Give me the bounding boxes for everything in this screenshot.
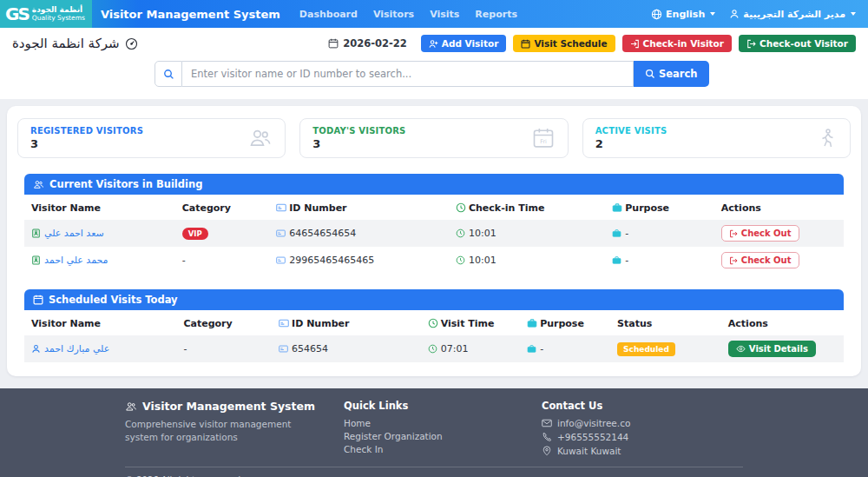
visit-details-button[interactable]: Visit Details bbox=[728, 341, 816, 357]
visitor-name-link[interactable]: سعد احمد علي bbox=[44, 228, 104, 239]
check-in-visitor-button[interactable]: Check-in Visitor bbox=[622, 35, 732, 52]
purpose-value: - bbox=[625, 255, 628, 266]
search-icon bbox=[645, 69, 655, 79]
check-out-row-button[interactable]: Check Out bbox=[721, 252, 799, 268]
category-cell: VIP bbox=[175, 220, 270, 247]
visit-schedule-label: Visit Schedule bbox=[534, 38, 607, 49]
clock-icon bbox=[428, 318, 438, 328]
chevron-down-icon bbox=[851, 12, 856, 16]
visitor-name-link[interactable]: علي مبارك احمد bbox=[44, 343, 109, 354]
status-badge: Scheduled bbox=[617, 342, 675, 356]
main-nav: Dashboard Visitors Visits Reports bbox=[299, 9, 517, 20]
check-out-row-button[interactable]: Check Out bbox=[721, 225, 799, 242]
chevron-down-icon bbox=[710, 12, 715, 16]
add-visitor-label: Add Visitor bbox=[442, 38, 499, 49]
current-date: 2026-02-22 bbox=[328, 37, 407, 50]
actions-cell: Visit Details bbox=[721, 335, 844, 362]
footer-brand-description: Comprehensive visitor management system … bbox=[125, 418, 307, 444]
id-card-icon bbox=[276, 255, 286, 265]
nav-item-visits[interactable]: Visits bbox=[430, 9, 459, 20]
svg-text:Fri: Fri bbox=[540, 138, 547, 145]
clock-icon bbox=[456, 229, 465, 238]
col-status: Status bbox=[610, 310, 721, 335]
current-visitor-row: سعد احمد علي VIP 64654654654 10:01 - Che… bbox=[24, 220, 844, 247]
stat-value: 2 bbox=[595, 137, 667, 150]
logo-english-text: Quality Systems bbox=[32, 15, 85, 22]
calendar-day-icon: Fri bbox=[531, 126, 556, 150]
nav-item-dashboard[interactable]: Dashboard bbox=[299, 9, 358, 20]
user-menu[interactable]: مدير الشركة التجريبية bbox=[729, 9, 856, 20]
id-badge-icon bbox=[31, 229, 41, 238]
calendar-icon bbox=[521, 39, 530, 49]
brand-logo[interactable]: GS أنظمة الجودة Quality Systems bbox=[0, 0, 92, 28]
dashboard-panel: REGISTERED VISITORS 3 TODAY'S VISITORS 3… bbox=[7, 106, 861, 376]
current-visitors-header: Current Visitors in Building bbox=[24, 174, 844, 195]
people-icon bbox=[33, 179, 44, 190]
scheduled-visit-row: علي مبارك احمد - 654654 07:01 - Schedule… bbox=[24, 335, 844, 362]
briefcase-icon bbox=[612, 229, 621, 238]
stat-label: ACTIVE VISITS bbox=[595, 126, 667, 136]
contact-us-title: Contact Us bbox=[542, 400, 743, 412]
section-title: Scheduled Visits Today bbox=[49, 294, 178, 306]
stat-card-active-visits: ACTIVE VISITS 2 bbox=[582, 118, 851, 158]
category-value: - bbox=[182, 255, 186, 266]
check-out-visitor-button[interactable]: Check-out Visitor bbox=[739, 35, 856, 52]
language-selector[interactable]: English bbox=[651, 9, 715, 20]
id-badge-icon bbox=[31, 255, 41, 265]
briefcase-icon bbox=[527, 318, 537, 328]
id-card-icon bbox=[276, 202, 286, 213]
app-title: Visitor Management System bbox=[101, 8, 280, 21]
search-button[interactable]: Search bbox=[634, 61, 709, 87]
email-value: info@visitree.co bbox=[557, 418, 630, 428]
nav-item-visitors[interactable]: Visitors bbox=[373, 9, 414, 20]
col-category: Category bbox=[175, 195, 270, 220]
col-category: Category bbox=[176, 310, 272, 335]
col-actions: Actions bbox=[714, 195, 844, 220]
person-icon bbox=[31, 344, 41, 354]
phone-value: +96555552144 bbox=[557, 432, 628, 442]
phone-icon bbox=[542, 432, 552, 442]
visit-details-label: Visit Details bbox=[749, 344, 808, 354]
check-in-label: Check-in Visitor bbox=[643, 38, 724, 49]
visitor-name-cell: سعد احمد علي bbox=[24, 220, 175, 247]
footer-link-check-in[interactable]: Check In bbox=[344, 444, 542, 454]
footer-brand-title: Visitor Management System bbox=[142, 400, 315, 413]
col-purpose: Purpose bbox=[520, 310, 610, 335]
box-arrow-out-icon bbox=[729, 229, 738, 238]
contact-phone[interactable]: +96555552144 bbox=[542, 432, 743, 442]
stat-label: REGISTERED VISITORS bbox=[30, 126, 143, 136]
check-in-time-cell: 10:01 bbox=[449, 220, 605, 247]
id-number-value: 64654654654 bbox=[289, 228, 356, 239]
contact-email[interactable]: info@visitree.co bbox=[542, 418, 743, 428]
current-visitors-section: Current Visitors in Building Visitor Nam… bbox=[17, 174, 851, 274]
purpose-cell: - bbox=[605, 220, 714, 247]
search-icon-button[interactable] bbox=[155, 61, 182, 87]
calendar-icon bbox=[328, 38, 339, 49]
people-icon bbox=[125, 401, 137, 413]
id-card-icon bbox=[276, 229, 286, 238]
col-id-number: ID Number bbox=[272, 310, 421, 335]
footer-link-home[interactable]: Home bbox=[344, 418, 542, 428]
envelope-icon bbox=[542, 418, 552, 428]
add-visitor-button[interactable]: Add Visitor bbox=[421, 35, 507, 52]
visitor-name-link[interactable]: محمد علي احمد bbox=[44, 255, 108, 266]
id-card-icon bbox=[279, 344, 288, 354]
footer-link-register-organization[interactable]: Register Organization bbox=[344, 431, 542, 441]
purpose-value: - bbox=[540, 343, 543, 354]
check-in-time-value: 10:01 bbox=[469, 255, 496, 266]
check-out-row-label: Check Out bbox=[741, 229, 792, 238]
scheduled-visits-table: Visitor Name Category ID Number Visit Ti… bbox=[24, 310, 844, 362]
company-title: شركة انظمة الجودة bbox=[12, 36, 120, 51]
col-actions: Actions bbox=[721, 310, 844, 335]
page-footer: Visitor Management System Comprehensive … bbox=[0, 388, 868, 477]
category-value: - bbox=[183, 343, 187, 354]
contact-location: Kuwait Kuwait bbox=[542, 446, 743, 456]
search-button-label: Search bbox=[659, 68, 698, 80]
nav-item-reports[interactable]: Reports bbox=[475, 9, 517, 20]
purpose-cell: - bbox=[605, 247, 714, 274]
visit-time-cell: 07:01 bbox=[421, 335, 520, 362]
category-cell: - bbox=[176, 335, 272, 362]
search-input[interactable] bbox=[182, 61, 634, 87]
visit-time-value: 07:01 bbox=[441, 343, 469, 354]
visit-schedule-button[interactable]: Visit Schedule bbox=[513, 35, 615, 52]
